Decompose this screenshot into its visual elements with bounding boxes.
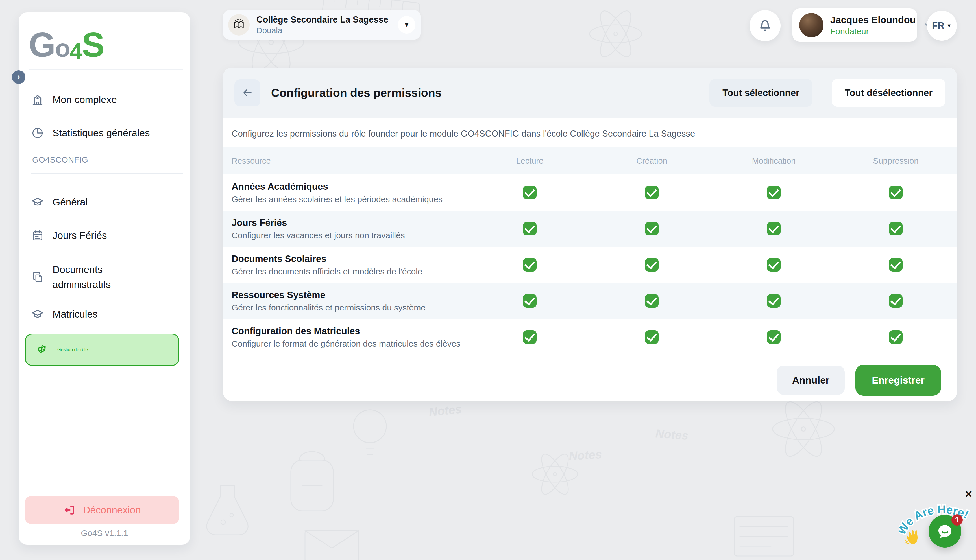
column-header-creation: Création	[591, 157, 713, 166]
back-button[interactable]	[234, 79, 260, 107]
sidebar-nav: Mon complexe Statistiques générales GO4S…	[18, 70, 190, 366]
panel-footer: Annuler Enregistrer	[223, 355, 957, 396]
app-screen: Notes Notes Notes Notes Go4S › Mon compl…	[0, 0, 976, 560]
resource-title: Documents Scolaires	[232, 253, 469, 264]
checkbox-suppression[interactable]	[889, 294, 903, 308]
sidebar-item-documents-administratifs[interactable]: Documents administratifs	[31, 262, 179, 292]
sidebar-item-jours-feries[interactable]: Jours Fériés	[31, 229, 179, 242]
checkbox-modification[interactable]	[767, 222, 781, 235]
app-logo: Go4S	[18, 12, 190, 62]
checkbox-suppression[interactable]	[889, 222, 903, 235]
page-title: Configuration des permissions	[271, 87, 442, 100]
deselect-all-button[interactable]: Tout désélectionner	[832, 79, 946, 107]
checkbox-suppression[interactable]	[889, 186, 903, 199]
chat-unread-badge: 1	[951, 514, 963, 525]
chevron-right-icon: ›	[17, 72, 20, 81]
user-menu[interactable]: Jacques Eloundou Fondateur	[792, 8, 917, 42]
sidebar-item-label: Jours Fériés	[53, 230, 107, 241]
school-logo-icon	[228, 14, 250, 35]
resource-cell: Configuration des Matricules Configurer …	[223, 326, 469, 348]
sidebar-item-label: Statistiques générales	[53, 127, 150, 138]
save-button[interactable]: Enregistrer	[856, 365, 941, 396]
panel-header: Configuration des permissions Tout sélec…	[223, 68, 957, 118]
table-row: Ressources Système Gérer les fonctionnal…	[223, 283, 957, 319]
permissions-description: Configurez les permissions du rôle found…	[223, 118, 957, 147]
sidebar-item-label: Matricules	[53, 308, 97, 320]
checkbox-creation[interactable]	[645, 222, 659, 235]
checkbox-suppression[interactable]	[889, 330, 903, 344]
checkbox-lecture[interactable]	[523, 258, 537, 272]
logo-letter: 4	[70, 39, 82, 64]
sidebar-item-gestion-de-role[interactable]: Gestion de rôle	[25, 333, 179, 366]
logo-letter: G	[29, 26, 55, 64]
checkbox-modification[interactable]	[767, 294, 781, 308]
checkbox-creation[interactable]	[645, 258, 659, 272]
table-row: Jours Fériés Configurer les vacances et …	[223, 210, 957, 247]
sidebar-item-label: Mon complexe	[53, 94, 117, 105]
checkbox-lecture[interactable]	[523, 222, 537, 235]
checkbox-suppression[interactable]	[889, 258, 903, 272]
checkbox-lecture[interactable]	[523, 330, 537, 344]
calendar-icon	[31, 229, 44, 242]
bell-icon	[757, 18, 772, 33]
sidebar-item-mon-complexe[interactable]: Mon complexe	[31, 93, 179, 106]
logout-button[interactable]: Déconnexion	[25, 496, 179, 524]
resource-cell: Jours Fériés Configurer les vacances et …	[223, 217, 469, 240]
user-text: Jacques Eloundou Fondateur	[830, 14, 916, 36]
checkbox-modification[interactable]	[767, 330, 781, 344]
logo-letter: o	[55, 34, 70, 62]
app-version: Go4S v1.1.1	[18, 528, 190, 538]
user-avatar	[799, 13, 824, 37]
svg-text:Notes: Notes	[655, 427, 689, 442]
column-header-ressource: Ressource	[223, 157, 469, 166]
sidebar-item-statistiques[interactable]: Statistiques générales	[31, 127, 179, 140]
logo-letter: S	[82, 26, 104, 64]
cancel-button[interactable]: Annuler	[777, 365, 845, 395]
school-city: Douala	[257, 26, 388, 35]
table-row: Documents Scolaires Gérer les documents …	[223, 247, 957, 283]
resource-title: Années Académiques	[232, 181, 469, 192]
language-label: FR	[932, 20, 944, 31]
school-dropdown-button[interactable]: ▼	[398, 16, 415, 33]
resource-title: Ressources Système	[232, 290, 469, 300]
table-row: Années Académiques Gérer les années scol…	[223, 175, 957, 210]
checkbox-lecture[interactable]	[523, 186, 537, 199]
pie-chart-icon	[31, 127, 44, 140]
sidebar-item-matricules[interactable]: Matricules	[31, 308, 179, 321]
sidebar-collapse-button[interactable]: ›	[12, 70, 25, 84]
checkbox-modification[interactable]	[767, 186, 781, 199]
caret-down-icon: ▼	[404, 21, 410, 28]
resource-cell: Ressources Système Gérer les fonctionnal…	[223, 290, 469, 312]
language-selector[interactable]: FR ▼	[927, 11, 957, 41]
resource-title: Jours Fériés	[232, 217, 469, 228]
checkbox-lecture[interactable]	[523, 294, 537, 308]
column-header-suppression: Suppression	[835, 157, 957, 166]
sidebar-item-general[interactable]: Général	[31, 196, 179, 208]
permissions-panel: Configuration des permissions Tout sélec…	[223, 68, 957, 401]
checkbox-modification[interactable]	[767, 258, 781, 272]
sidebar-section-label: GO4SCONFIG	[32, 155, 179, 165]
divider	[31, 173, 183, 173]
user-name: Jacques Eloundou	[830, 14, 916, 25]
svg-text:Notes: Notes	[428, 402, 462, 419]
checkbox-creation[interactable]	[645, 294, 659, 308]
table-row: Configuration des Matricules Configurer …	[223, 319, 957, 355]
checkbox-creation[interactable]	[645, 330, 659, 344]
select-all-button[interactable]: Tout sélectionner	[709, 79, 812, 107]
checkbox-creation[interactable]	[645, 186, 659, 199]
logout-icon	[63, 504, 76, 516]
resource-subtitle: Configurer le format de génération des m…	[232, 339, 469, 348]
school-name: Collège Secondaire La Sagesse	[257, 15, 388, 25]
arrow-left-icon	[241, 87, 254, 99]
table-header: Ressource Lecture Création Modification …	[223, 147, 957, 175]
notifications-button[interactable]	[749, 10, 781, 41]
resource-subtitle: Gérer les documents officiels et modèles…	[232, 267, 469, 276]
caret-down-icon: ▼	[947, 23, 952, 29]
resource-cell: Années Académiques Gérer les années scol…	[223, 181, 469, 204]
logout-label: Déconnexion	[83, 504, 141, 516]
svg-text:Notes: Notes	[569, 448, 602, 463]
sidebar: Go4S › Mon complexe Statistiques général…	[18, 12, 190, 545]
school-selector[interactable]: Collège Secondaire La Sagesse Douala ▼	[223, 10, 420, 40]
building-icon	[31, 93, 44, 106]
resource-subtitle: Gérer les fonctionnalités et permissions…	[232, 303, 469, 312]
